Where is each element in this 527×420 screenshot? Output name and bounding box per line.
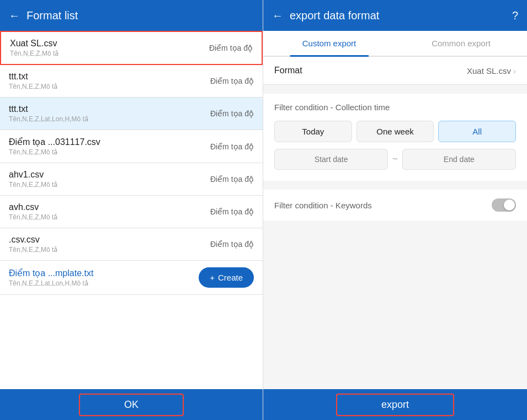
keywords-toggle[interactable] xyxy=(492,198,516,212)
divider xyxy=(263,89,527,94)
item-left: Xuat SL.csv Tên,N,E,Z,Mô tả xyxy=(10,39,58,57)
filter-buttons-row: Today One week All xyxy=(274,121,516,142)
start-date-button[interactable]: Start date xyxy=(274,149,388,170)
filter-all-button[interactable]: All xyxy=(438,121,516,142)
item-name: ttt.txt xyxy=(9,72,57,82)
list-item[interactable]: .csv.csv Tên,N,E,Z,Mô tả Điểm tọa độ xyxy=(0,228,263,261)
tab-common-export[interactable]: Common export xyxy=(395,31,527,56)
item-type: Điểm tọa độ xyxy=(210,109,254,118)
item-name: .csv.csv xyxy=(9,235,57,245)
filter-today-button[interactable]: Today xyxy=(274,121,352,142)
filter-collection-title: Filter condition - Collection time xyxy=(274,103,516,112)
list-item[interactable]: Điểm tọa ...031117.csv Tên,N,E,Z,Mô tả Đ… xyxy=(0,130,263,163)
export-button[interactable]: export xyxy=(336,394,454,416)
item-sub: Tên,N,E,Z,Mô tả xyxy=(9,213,57,221)
item-name: avh.csv xyxy=(9,202,57,212)
create-button[interactable]: + Create xyxy=(199,267,254,288)
right-header-left: ← export data format xyxy=(272,9,379,22)
filter-one-week-button[interactable]: One week xyxy=(356,121,434,142)
divider xyxy=(263,185,527,190)
item-type: Điểm tọa độ xyxy=(210,240,254,249)
left-title: Format list xyxy=(26,9,78,22)
plus-icon: + xyxy=(210,273,215,282)
item-type: Điểm tọa độ xyxy=(210,207,254,216)
item-sub: Tên,N,E,Z,Mô tả xyxy=(9,148,100,156)
keywords-section: Filter condition - Keywords xyxy=(263,190,527,220)
template-item-name: Điểm tọa ...mplate.txt xyxy=(9,268,93,278)
left-back-icon[interactable]: ← xyxy=(9,9,20,22)
right-panel: ← export data format ? Custom export Com… xyxy=(263,0,527,420)
format-row[interactable]: Format Xuat SL.csv › xyxy=(263,57,527,85)
format-value: Xuat SL.csv › xyxy=(467,66,516,76)
item-left: .csv.csv Tên,N,E,Z,Mô tả xyxy=(9,235,57,254)
list-item[interactable]: ahv1.csv Tên,N,E,Z,Mô tả Điểm tọa độ xyxy=(0,163,263,196)
right-footer: export xyxy=(263,389,527,420)
item-left: avh.csv Tên,N,E,Z,Mô tả xyxy=(9,202,57,221)
item-left: ahv1.csv Tên,N,E,Z,Mô tả xyxy=(9,170,57,189)
left-panel: ← Format list Xuat SL.csv Tên,N,E,Z,Mô t… xyxy=(0,0,263,420)
item-left: ttt.txt Tên,N,E,Z,Lat,Lon,H,Mô tả xyxy=(9,104,88,123)
list-item-template[interactable]: Điểm tọa ...mplate.txt Tên,N,E,Z,Lat,Lon… xyxy=(0,261,263,295)
item-sub: Tên,N,E,Z,Mô tả xyxy=(9,246,57,254)
item-left: Điểm tọa ...031117.csv Tên,N,E,Z,Mô tả xyxy=(9,137,100,156)
format-label: Format xyxy=(274,66,302,76)
item-type: Điểm tọa độ xyxy=(210,175,254,184)
item-sub: Tên,N,E,Z,Lat,Lon,H,Mô tả xyxy=(9,115,88,123)
right-title: export data format xyxy=(290,9,379,22)
item-type: Điểm tọa độ xyxy=(210,142,254,151)
item-left: ttt.txt Tên,N,E,Z,Mô tả xyxy=(9,72,57,90)
left-footer: OK xyxy=(0,389,263,420)
item-type: Điểm tọa độ xyxy=(210,77,254,85)
right-content: Format Xuat SL.csv › Filter condition - … xyxy=(263,57,527,389)
tabs-row: Custom export Common export xyxy=(263,31,527,57)
item-sub: Tên,N,E,Z,Mô tả xyxy=(9,181,57,189)
right-back-icon[interactable]: ← xyxy=(272,9,283,22)
item-sub: Tên,N,E,Z,Mô tả xyxy=(9,83,57,90)
date-row: Start date ~ End date xyxy=(274,149,516,170)
ok-button[interactable]: OK xyxy=(79,394,184,416)
keywords-label: Filter condition - Keywords xyxy=(274,201,372,210)
item-name: ttt.txt xyxy=(9,104,88,114)
item-name: Điểm tọa ...031117.csv xyxy=(9,137,100,147)
create-label: Create xyxy=(218,273,243,282)
list-item[interactable]: Xuat SL.csv Tên,N,E,Z,Mô tả Điểm tọa độ xyxy=(0,31,263,65)
tab-custom-export[interactable]: Custom export xyxy=(263,31,395,56)
end-date-button[interactable]: End date xyxy=(402,149,516,170)
list-item[interactable]: ttt.txt Tên,N,E,Z,Mô tả Điểm tọa độ xyxy=(0,65,263,98)
chevron-right-icon: › xyxy=(513,66,516,76)
list-item[interactable]: avh.csv Tên,N,E,Z,Mô tả Điểm tọa độ xyxy=(0,196,263,228)
help-icon[interactable]: ? xyxy=(512,9,518,22)
item-sub: Tên,N,E,Z,Mô tả xyxy=(10,50,58,57)
list-item[interactable]: ttt.txt Tên,N,E,Z,Lat,Lon,H,Mô tả Điểm t… xyxy=(0,98,263,130)
format-list: Xuat SL.csv Tên,N,E,Z,Mô tả Điểm tọa độ … xyxy=(0,31,263,389)
right-header: ← export data format ? xyxy=(263,0,527,31)
format-value-text: Xuat SL.csv xyxy=(467,66,511,76)
item-left: Điểm tọa ...mplate.txt Tên,N,E,Z,Lat,Lon… xyxy=(9,268,93,287)
template-item-sub: Tên,N,E,Z,Lat,Lon,H,Mô tả xyxy=(9,279,93,287)
date-separator: ~ xyxy=(392,154,397,164)
item-type: Điểm tọa độ xyxy=(209,44,253,52)
filter-collection-section: Filter condition - Collection time Today… xyxy=(263,94,527,181)
left-header: ← Format list xyxy=(0,0,263,31)
item-name: ahv1.csv xyxy=(9,170,57,180)
item-name: Xuat SL.csv xyxy=(10,39,58,49)
